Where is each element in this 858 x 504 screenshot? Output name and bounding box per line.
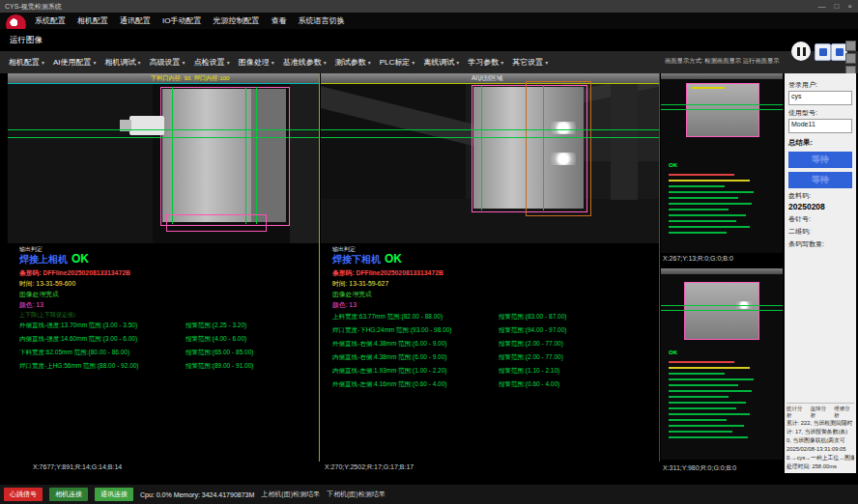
info-panel: 登录用户: cys 使用型号: Mode11 总结果: 等待等待 盘料码: 20…	[785, 73, 856, 473]
micro-text-line	[669, 373, 725, 375]
inspected-part	[686, 83, 759, 137]
toolbar-item[interactable]: 离线调试▾	[423, 57, 459, 68]
title-bar: CYS-视觉检测系统 — □ ×	[0, 0, 858, 13]
upper-camera-result-link[interactable]: 上相机(图)检测结果	[261, 490, 320, 499]
lower-camera-result-link[interactable]: 下相机(图)检测结果	[327, 490, 386, 499]
micro-text-line	[669, 180, 750, 182]
chevron-down-icon: ▾	[94, 60, 97, 66]
chevron-down-icon: ▾	[500, 60, 503, 66]
camera-icon	[836, 48, 844, 56]
lower-camera-view[interactable]: AI识别区域 输出判定 焊接下相机OK 条形码: DFFline20250208…	[321, 73, 659, 462]
chevron-down-icon: ▾	[324, 60, 327, 66]
time-text: 时间: 13-31-59-627	[332, 279, 388, 289]
micro-text-line	[669, 396, 729, 398]
time-text: 时间: 13-31-59-600	[19, 279, 75, 289]
toolbar-item[interactable]: 其它设置▾	[512, 57, 548, 68]
view-divider	[319, 73, 320, 462]
measurement-text: 内侧直线-强度:14.60mm 范围:(3.00 - 6.00)	[19, 335, 137, 344]
cursor-coordinates: X:311;Y:980;R:0;G:0;B:0	[663, 464, 736, 471]
close-icon[interactable]: ×	[847, 0, 852, 13]
result-title: 焊接上相机OK	[19, 252, 89, 266]
toolbar-item[interactable]: 图像处理▾	[239, 57, 274, 68]
toolbar-item[interactable]: 相机调试▾	[105, 57, 141, 68]
process-status-text: 图像处理完成	[19, 290, 59, 299]
upper-camera-view[interactable]: 下料口内径: 93. 焊口内径:100 输出判定 焊接上相机OK 条形码: DF…	[8, 73, 319, 462]
micro-text-line	[669, 214, 746, 216]
measurement-text: 下料宽度:62.05mm 范围:(80.00 - 86.00)	[19, 349, 129, 357]
connector-part	[129, 116, 164, 135]
upper-camera-image[interactable]: 下料口内径: 93. 焊口内径:100	[8, 73, 319, 243]
alarm-range-text: 报警范围:(65.00 - 85.00)	[186, 349, 253, 357]
toolbar-item[interactable]: AI使用配置▾	[53, 57, 97, 68]
result-boxes: 等待等待	[788, 152, 852, 188]
preview-upper-camera[interactable]: OK	[661, 73, 783, 253]
menu-item[interactable]: 系统配置	[35, 15, 66, 26]
micro-text-line	[669, 378, 754, 380]
tab-run-image[interactable]: 运行图像	[10, 35, 43, 46]
preview-lower-camera[interactable]: OK	[661, 268, 783, 460]
model-value[interactable]: Mode11	[788, 119, 852, 133]
micro-text-line	[669, 402, 746, 404]
micro-text-line	[669, 367, 750, 369]
ai-roi-box	[526, 81, 591, 216]
toolbar-items: 相机配置▾AI使用配置▾相机调试▾高级设置▾点检设置▾图像处理▾基准线参数▾测试…	[9, 57, 548, 68]
color-index-text: 颜色: 13	[19, 300, 43, 310]
barcode-count-label: 条码写数量:	[788, 239, 852, 249]
model-label: 使用型号:	[788, 108, 852, 118]
measurement-annotation	[692, 87, 725, 89]
comm-connection-indicator: 通讯连接	[95, 488, 133, 501]
maximize-icon[interactable]: □	[834, 0, 839, 13]
alarm-range-text: 报警范围:(2.25 - 3.20)	[186, 322, 246, 330]
inspected-part	[684, 282, 759, 340]
toolbar-item[interactable]: 点检设置▾	[194, 57, 230, 68]
process-status-text: 图像处理完成	[332, 290, 372, 299]
minimize-icon[interactable]: —	[817, 0, 825, 13]
result-status: OK	[72, 252, 89, 266]
qr-code-label: 二维码:	[788, 227, 852, 237]
toolbar-item[interactable]: 测试参数▾	[335, 57, 371, 68]
pause-button[interactable]	[791, 42, 811, 61]
measure-line	[661, 104, 783, 105]
chevron-down-icon: ▾	[272, 60, 274, 66]
camera-1-button[interactable]	[815, 43, 831, 61]
micro-text-line	[669, 431, 732, 433]
menu-item[interactable]: 通讯配置	[120, 15, 151, 26]
weld-highlight	[551, 122, 576, 134]
chevron-down-icon: ▾	[42, 60, 44, 66]
micro-text-line	[669, 425, 744, 427]
menu-item[interactable]: 查看	[271, 15, 286, 26]
toolbar-item[interactable]: PLC标定▾	[380, 57, 415, 68]
panel-tab[interactable]: 统计分析	[786, 406, 807, 419]
side-tool-icon[interactable]	[845, 41, 856, 51]
menu-item[interactable]: IO手动配置	[162, 15, 201, 26]
panel-tab[interactable]: 维修分析	[834, 406, 854, 419]
micro-text-line	[669, 203, 752, 205]
measurement-row: 内侧直线-左侧:1.93mm 范围:(1.00 - 2.20)报警范围:(1.1…	[332, 367, 655, 380]
chevron-down-icon: ▾	[368, 60, 371, 66]
menu-item[interactable]: 系统语言切换	[298, 15, 344, 26]
preview-result-text	[669, 361, 754, 442]
left-measurement-rows: 外侧直线-强度:13.70mm 范围:(3.00 - 3.50)报警范围:(2.…	[19, 322, 315, 376]
measurement-text: 焊口宽度-下HG:24mm 范围:(93.00 - 98.00)	[332, 326, 452, 335]
alarm-range-text: 报警范围:(4.00 - 6.00)	[186, 335, 246, 344]
side-tool-icon[interactable]	[845, 53, 856, 64]
toolbar-item[interactable]: 基准线参数▾	[283, 57, 327, 68]
tab-row: 运行图像	[0, 29, 858, 51]
display-mode-label: 画面显示方式: 检测画面显示 运行画面显示	[665, 57, 780, 66]
menu-item[interactable]: 相机配置	[77, 15, 108, 26]
stat-line: 计: 17, 当班报警条数(条)	[786, 428, 854, 436]
weld-highlight	[551, 153, 576, 165]
toolbar-item[interactable]: 相机配置▾	[9, 57, 44, 68]
reel-code-value: 20250208	[788, 202, 852, 211]
toolbar-item[interactable]: 高级设置▾	[150, 57, 186, 68]
stat-line: 0, 当班图像联机(两次可	[786, 436, 854, 445]
toolbar-item[interactable]: 学习参数▾	[468, 57, 503, 68]
micro-text-line	[669, 197, 738, 199]
measurement-text: 内侧直线-左侧:1.93mm 范围:(1.00 - 2.20)	[332, 367, 446, 376]
micro-text-line	[669, 419, 727, 421]
measure-line	[8, 137, 319, 138]
menu-item[interactable]: 光源控制配置	[213, 15, 259, 26]
login-user-label: 登录用户:	[788, 80, 852, 90]
panel-tab[interactable]: 故障分析	[811, 406, 831, 419]
lower-camera-image[interactable]: AI识别区域	[321, 73, 659, 243]
